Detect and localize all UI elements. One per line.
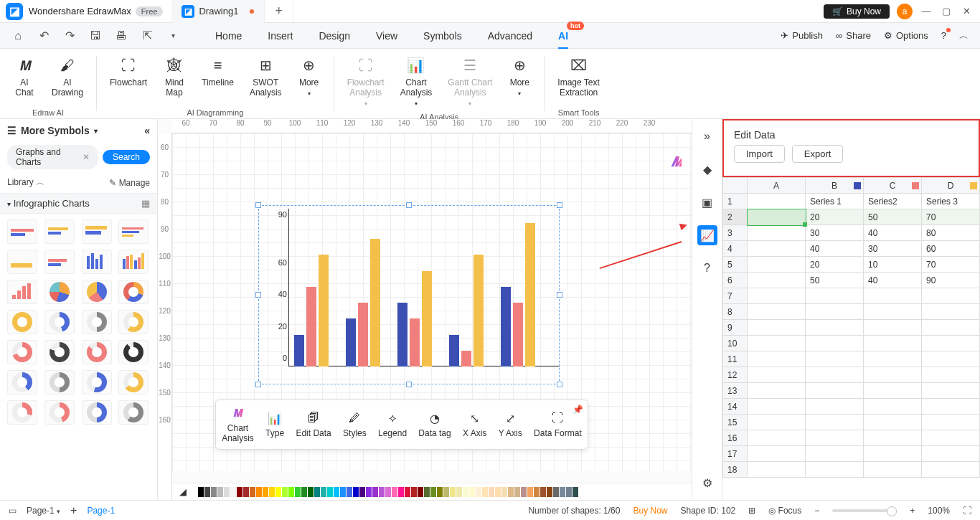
- focus-button[interactable]: ◎ Focus: [768, 506, 801, 516]
- share-button[interactable]: ∞Share: [836, 30, 871, 41]
- minimize-button[interactable]: —: [920, 5, 933, 18]
- color-swatch[interactable]: [573, 487, 578, 497]
- color-swatch[interactable]: [476, 487, 481, 497]
- chart-thumb[interactable]: [7, 219, 37, 244]
- buy-now-button[interactable]: 🛒 Buy Now: [824, 4, 890, 19]
- canvas-area[interactable]: 6070809010011012013014015016017018019020…: [158, 119, 692, 500]
- tab-view[interactable]: View: [376, 24, 397, 47]
- chart-thumb[interactable]: [44, 340, 75, 364]
- chart-thumb[interactable]: [7, 280, 37, 304]
- resize-handle[interactable]: [406, 382, 412, 387]
- color-swatch[interactable]: [321, 487, 326, 497]
- help-button[interactable]: ?: [941, 30, 946, 41]
- color-swatch[interactable]: [411, 487, 417, 497]
- ft-yaxis[interactable]: ⤢Y Axis: [499, 411, 522, 438]
- resize-handle[interactable]: [406, 202, 412, 208]
- page-tab[interactable]: Page-1: [87, 506, 115, 516]
- color-swatch[interactable]: [501, 487, 507, 497]
- flowchart-button[interactable]: ⛶Flowchart: [104, 53, 153, 90]
- ft-dataformat[interactable]: ⛶Data Format: [534, 411, 582, 438]
- color-swatch[interactable]: [230, 487, 236, 497]
- more-diagram-button[interactable]: ⊕More▾: [292, 53, 326, 100]
- more-analysis-button[interactable]: ⊕More▾: [502, 53, 537, 100]
- zoom-out-button[interactable]: −: [814, 506, 819, 516]
- color-swatch[interactable]: [347, 487, 352, 497]
- chart-thumb[interactable]: [44, 400, 75, 425]
- eyedropper-icon[interactable]: ◢: [179, 486, 187, 497]
- chart-thumb[interactable]: [7, 340, 37, 364]
- import-button[interactable]: Import: [734, 145, 785, 163]
- chevron-down-icon[interactable]: ▾: [7, 200, 11, 208]
- color-swatch[interactable]: [463, 487, 468, 497]
- color-swatch[interactable]: [560, 487, 565, 497]
- zoom-in-button[interactable]: +: [910, 506, 915, 516]
- swot-button[interactable]: ⊞SWOT Analysis: [244, 53, 288, 100]
- chart-thumb[interactable]: [44, 310, 75, 334]
- tab-design[interactable]: Design: [319, 24, 350, 47]
- ai-drawing-button[interactable]: 🖌AI Drawing: [46, 53, 89, 100]
- color-swatch[interactable]: [443, 487, 449, 497]
- bar-chart[interactable]: 020406090: [273, 209, 560, 367]
- rail-chart-data-button[interactable]: 📈: [697, 225, 717, 245]
- more-qat-icon[interactable]: ▾: [166, 29, 179, 42]
- chart-thumb[interactable]: [118, 310, 149, 334]
- chart-thumb[interactable]: [82, 370, 112, 394]
- color-swatch[interactable]: [418, 487, 423, 497]
- resize-handle[interactable]: [255, 202, 261, 208]
- color-swatch[interactable]: [243, 487, 249, 497]
- fullscreen-icon[interactable]: ⛶: [963, 506, 971, 516]
- zoom-slider[interactable]: [832, 509, 897, 512]
- ft-xaxis[interactable]: ⤡X Axis: [463, 411, 486, 438]
- ft-datatag[interactable]: ◔Data tag: [418, 411, 451, 438]
- color-swatch[interactable]: [295, 487, 301, 497]
- data-table[interactable]: ABCD1Series 1Series2Series 3220507033040…: [722, 177, 980, 500]
- color-swatch[interactable]: [495, 487, 501, 497]
- status-buy-now[interactable]: Buy Now: [633, 506, 667, 516]
- undo-icon[interactable]: ↶: [37, 29, 50, 42]
- maximize-button[interactable]: ▢: [940, 5, 953, 18]
- zoom-level[interactable]: 100%: [928, 506, 950, 516]
- color-swatch[interactable]: [489, 487, 494, 497]
- chart-thumb[interactable]: [82, 219, 112, 244]
- chart-thumb[interactable]: [118, 340, 149, 364]
- redo-icon[interactable]: ↷: [63, 29, 76, 42]
- color-swatch[interactable]: [379, 487, 385, 497]
- publish-button[interactable]: ✈Publish: [781, 30, 823, 41]
- color-swatch[interactable]: [469, 487, 475, 497]
- view-grid-icon[interactable]: ⊞: [748, 506, 755, 516]
- color-swatch[interactable]: [437, 487, 443, 497]
- library-button[interactable]: Library ︿: [7, 176, 44, 189]
- color-swatch[interactable]: [398, 487, 404, 497]
- chart-analysis-button[interactable]: 📊Chart Analysis▾: [395, 53, 438, 110]
- color-swatch[interactable]: [456, 487, 462, 497]
- color-swatch[interactable]: [192, 487, 197, 497]
- color-swatch[interactable]: [256, 487, 262, 497]
- tab-advanced[interactable]: Advanced: [488, 24, 532, 47]
- chart-thumb[interactable]: [7, 310, 37, 334]
- chart-thumb[interactable]: [44, 280, 75, 304]
- resize-handle[interactable]: [255, 292, 261, 298]
- color-swatch[interactable]: [566, 487, 572, 497]
- color-swatch[interactable]: [527, 487, 533, 497]
- mindmap-button[interactable]: 🕸Mind Map: [157, 53, 192, 100]
- chart-thumb[interactable]: [118, 370, 149, 394]
- ft-legend[interactable]: ⟡Legend: [378, 411, 407, 438]
- color-swatch[interactable]: [334, 487, 339, 497]
- chart-thumb[interactable]: [82, 250, 112, 274]
- color-swatch[interactable]: [282, 487, 288, 497]
- filter-chip[interactable]: Graphs and Charts ✕: [7, 145, 98, 169]
- color-swatch[interactable]: [547, 487, 552, 497]
- rail-help-button[interactable]: ?: [697, 258, 717, 278]
- chart-thumb[interactable]: [118, 219, 149, 244]
- outline-icon[interactable]: ▭: [9, 506, 17, 516]
- chevron-down-icon[interactable]: ▾: [94, 127, 98, 135]
- resize-handle[interactable]: [557, 382, 562, 387]
- color-swatch[interactable]: [301, 487, 307, 497]
- rail-present-button[interactable]: ▣: [697, 192, 717, 212]
- chart-thumb[interactable]: [44, 370, 75, 394]
- ft-edit-data[interactable]: 🗐Edit Data: [296, 411, 331, 438]
- color-swatch[interactable]: [217, 487, 223, 497]
- collapse-sidebar-button[interactable]: «: [144, 125, 150, 136]
- new-tab-button[interactable]: +: [265, 0, 293, 23]
- color-swatch[interactable]: [534, 487, 540, 497]
